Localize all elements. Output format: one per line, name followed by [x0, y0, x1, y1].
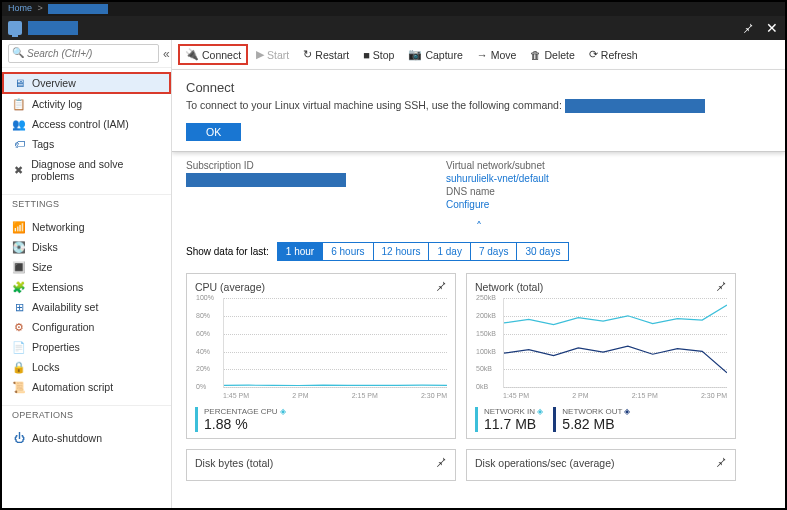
restart-icon: ↻	[303, 48, 312, 61]
sidebar-item-extensions[interactable]: 🧩Extensions	[2, 277, 171, 297]
sidebar-item-label: Overview	[32, 77, 76, 89]
menu-icon: 🖥	[12, 77, 26, 89]
start-button[interactable]: ▶Start	[250, 45, 295, 64]
sidebar-item-label: Availability set	[32, 301, 98, 313]
sidebar-item-configuration[interactable]: ⚙Configuration	[2, 317, 171, 337]
sidebar-item-label: Networking	[32, 221, 85, 233]
play-icon: ▶	[256, 48, 264, 61]
move-icon: →	[477, 49, 488, 61]
time-option-7-days[interactable]: 7 days	[471, 243, 517, 260]
sidebar-item-label: Properties	[32, 341, 80, 353]
sidebar-item-automation-script[interactable]: 📜Automation script	[2, 377, 171, 397]
sidebar-item-label: Tags	[32, 138, 54, 150]
connect-button[interactable]: 🔌Connect	[178, 44, 248, 65]
sidebar-item-label: Diagnose and solve problems	[31, 158, 161, 182]
chart-title: Disk operations/sec (average)	[475, 457, 614, 469]
sidebar-item-label: Auto-shutdown	[32, 432, 102, 444]
capture-icon: 📷	[408, 48, 422, 61]
sidebar: 🔍 « 🖥Overview📋Activity log👥Access contro…	[2, 40, 172, 508]
menu-icon: 🏷	[12, 138, 26, 150]
capture-button[interactable]: 📷Capture	[402, 45, 468, 64]
close-icon[interactable]: ✕	[765, 21, 779, 35]
time-option-6-hours[interactable]: 6 hours	[323, 243, 373, 260]
essentials: Subscription ID Virtual network/subnet s…	[172, 152, 785, 218]
chart-card: Network (total)0kB50kB100kB150kB200kB250…	[466, 273, 736, 439]
sidebar-item-label: Configuration	[32, 321, 94, 333]
pin-icon[interactable]	[715, 456, 727, 470]
time-option-12-hours[interactable]: 12 hours	[374, 243, 430, 260]
menu-icon: 📶	[12, 221, 26, 233]
restart-button[interactable]: ↻Restart	[297, 45, 355, 64]
sidebar-item-label: Activity log	[32, 98, 82, 110]
search-icon: 🔍	[12, 47, 24, 58]
sidebar-item-tags[interactable]: 🏷Tags	[2, 134, 171, 154]
chart-area[interactable]: 0%20%40%60%80%100%	[223, 298, 447, 388]
menu-icon: 📄	[12, 341, 26, 353]
sidebar-item-networking[interactable]: 📶Networking	[2, 217, 171, 237]
chart-card: Disk operations/sec (average)	[466, 449, 736, 481]
collapse-icon[interactable]: «	[163, 47, 170, 61]
sidebar-item-auto-shutdown[interactable]: ⏻Auto-shutdown	[2, 428, 171, 448]
menu-icon: ⏻	[12, 432, 26, 444]
refresh-icon: ⟳	[589, 48, 598, 61]
sidebar-item-label: Access control (IAM)	[32, 118, 129, 130]
blade-header: ✕	[2, 16, 785, 40]
content-area: 🔌Connect ▶Start ↻Restart ■Stop 📷Capture …	[172, 40, 785, 508]
breadcrumb: Home >	[2, 2, 785, 16]
sidebar-item-size[interactable]: 🔳Size	[2, 257, 171, 277]
delete-button[interactable]: 🗑Delete	[524, 46, 580, 64]
time-option-30-days[interactable]: 30 days	[517, 243, 568, 260]
sidebar-item-availability-set[interactable]: ⊞Availability set	[2, 297, 171, 317]
connect-panel: Connect To connect to your Linux virtual…	[172, 70, 785, 152]
dns-link[interactable]: Configure	[446, 199, 549, 210]
connect-icon: 🔌	[185, 48, 199, 61]
sidebar-item-disks[interactable]: 💽Disks	[2, 237, 171, 257]
breadcrumb-home[interactable]: Home	[8, 3, 32, 13]
resource-name-redacted	[28, 21, 78, 35]
stop-icon: ■	[363, 49, 370, 61]
menu-icon: 💽	[12, 241, 26, 253]
time-option-1-hour[interactable]: 1 hour	[278, 243, 323, 260]
pin-icon[interactable]	[715, 280, 727, 294]
time-option-1-day[interactable]: 1 day	[429, 243, 470, 260]
menu-icon: 🧩	[12, 281, 26, 293]
chart-title: CPU (average)	[195, 281, 265, 293]
subscription-id-redacted	[186, 173, 346, 187]
sidebar-item-label: Size	[32, 261, 52, 273]
vnet-link[interactable]: suhurulielk-vnet/default	[446, 173, 549, 184]
pin-icon[interactable]	[435, 280, 447, 294]
dns-label: DNS name	[446, 186, 549, 197]
delete-icon: 🗑	[530, 49, 541, 61]
refresh-button[interactable]: ⟳Refresh	[583, 45, 644, 64]
sidebar-section-operations: OPERATIONS	[2, 405, 171, 424]
menu-icon: 📜	[12, 381, 26, 393]
vm-icon	[8, 21, 22, 35]
ok-button[interactable]: OK	[186, 123, 241, 141]
sidebar-item-diagnose-and-solve-problems[interactable]: ✖Diagnose and solve problems	[2, 154, 171, 186]
stop-button[interactable]: ■Stop	[357, 46, 400, 64]
sidebar-item-activity-log[interactable]: 📋Activity log	[2, 94, 171, 114]
pin-icon[interactable]	[741, 21, 755, 35]
collapse-essentials-icon[interactable]: ˄	[172, 218, 785, 236]
sidebar-item-label: Locks	[32, 361, 59, 373]
menu-icon: 🔒	[12, 361, 26, 373]
sidebar-item-overview[interactable]: 🖥Overview	[2, 72, 171, 94]
search-input[interactable]	[8, 44, 159, 63]
breadcrumb-item-redacted[interactable]	[48, 4, 108, 14]
vnet-label: Virtual network/subnet	[446, 160, 549, 171]
metric: PERCENTAGE CPU ◈1.88 %	[204, 407, 286, 432]
connect-text: To connect to your Linux virtual machine…	[186, 99, 771, 113]
command-bar: 🔌Connect ▶Start ↻Restart ■Stop 📷Capture …	[172, 40, 785, 70]
pin-icon[interactable]	[435, 456, 447, 470]
chart-title: Disk bytes (total)	[195, 457, 273, 469]
sidebar-item-access-control-iam-[interactable]: 👥Access control (IAM)	[2, 114, 171, 134]
move-button[interactable]: →Move	[471, 46, 523, 64]
sidebar-item-label: Automation script	[32, 381, 113, 393]
sidebar-item-locks[interactable]: 🔒Locks	[2, 357, 171, 377]
menu-icon: ✖	[12, 164, 25, 176]
sidebar-item-properties[interactable]: 📄Properties	[2, 337, 171, 357]
chart-card: CPU (average)0%20%40%60%80%100%1:45 PM2 …	[186, 273, 456, 439]
chart-area[interactable]: 0kB50kB100kB150kB200kB250kB	[503, 298, 727, 388]
metric: NETWORK IN ◈11.7 MB	[484, 407, 543, 432]
subscription-id-label: Subscription ID	[186, 160, 346, 171]
